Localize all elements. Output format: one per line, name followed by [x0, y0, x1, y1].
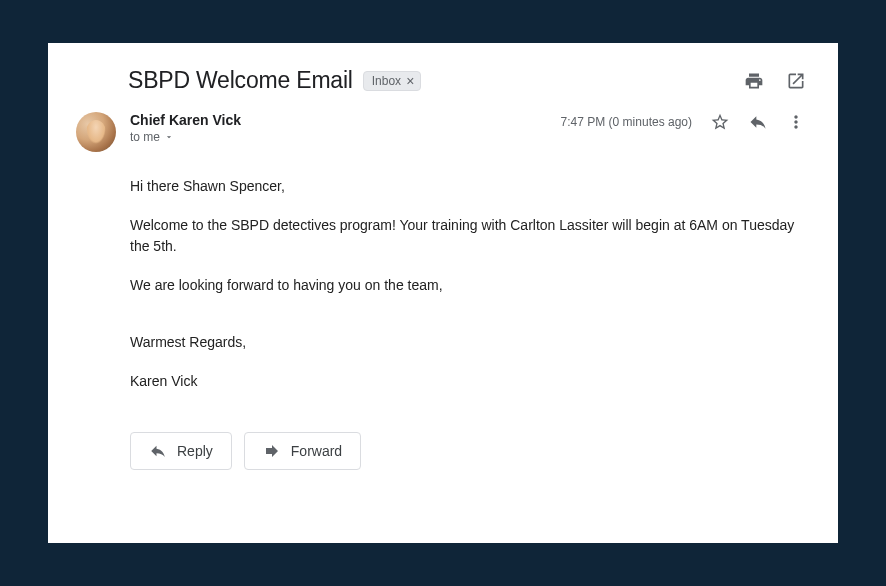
body-signature: Karen Vick	[130, 371, 806, 392]
subject-left: SBPD Welcome Email Inbox ×	[128, 67, 421, 94]
sender-name: Chief Karen Vick	[130, 112, 241, 128]
sender-row: Chief Karen Vick to me 7:47 PM (0 minute…	[76, 112, 806, 152]
sender-info: Chief Karen Vick to me 7:47 PM (0 minute…	[130, 112, 806, 144]
forward-arrow-icon	[263, 442, 281, 460]
email-subject: SBPD Welcome Email	[128, 67, 353, 94]
timestamp: 7:47 PM (0 minutes ago)	[561, 115, 692, 129]
recipient-dropdown[interactable]: to me	[130, 130, 241, 144]
inbox-label-chip[interactable]: Inbox ×	[363, 71, 422, 91]
print-icon[interactable]	[744, 71, 764, 91]
open-in-new-icon[interactable]	[786, 71, 806, 91]
reply-icon[interactable]	[748, 112, 768, 132]
reply-button[interactable]: Reply	[130, 432, 232, 470]
label-text: Inbox	[372, 74, 401, 88]
forward-button[interactable]: Forward	[244, 432, 361, 470]
reply-arrow-icon	[149, 442, 167, 460]
more-icon[interactable]	[786, 112, 806, 132]
subject-row: SBPD Welcome Email Inbox ×	[76, 67, 806, 94]
email-body: Hi there Shawn Spencer, Welcome to the S…	[76, 176, 806, 392]
avatar[interactable]	[76, 112, 116, 152]
body-paragraph-2: We are looking forward to having you on …	[130, 275, 806, 296]
body-greeting: Hi there Shawn Spencer,	[130, 176, 806, 197]
recipient-text: to me	[130, 130, 160, 144]
action-buttons: Reply Forward	[76, 432, 806, 470]
top-actions	[744, 71, 806, 91]
chevron-down-icon	[164, 132, 174, 142]
star-icon[interactable]	[710, 112, 730, 132]
body-paragraph-1: Welcome to the SBPD detectives program! …	[130, 215, 806, 257]
forward-label: Forward	[291, 443, 342, 459]
sender-left: Chief Karen Vick to me	[130, 112, 241, 144]
body-signoff: Warmest Regards,	[130, 332, 806, 353]
reply-label: Reply	[177, 443, 213, 459]
close-icon[interactable]: ×	[406, 74, 414, 88]
email-card: SBPD Welcome Email Inbox × Chief Karen V…	[48, 43, 838, 543]
sender-right: 7:47 PM (0 minutes ago)	[561, 112, 806, 132]
